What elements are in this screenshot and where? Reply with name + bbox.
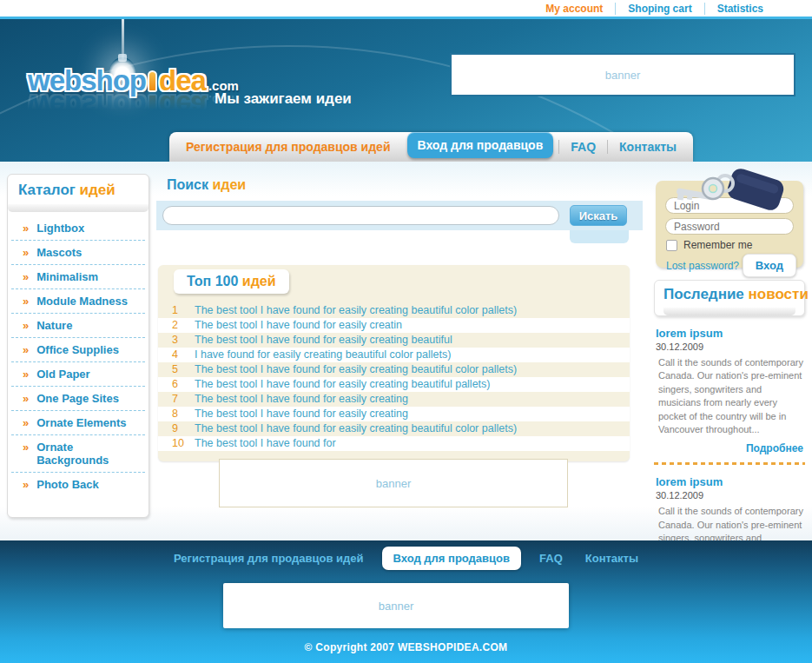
row-link: The best tool I have found for: [195, 437, 336, 449]
search-button[interactable]: Искать: [570, 205, 627, 226]
site-logo[interactable]: webshopdea.com webshopdea.com: [28, 66, 239, 120]
sidebar-item-module-madness[interactable]: »Module Madness: [11, 289, 145, 314]
footer-banner-label: banner: [379, 600, 413, 613]
sidebar-item-label: Photo Back: [36, 478, 99, 491]
search-title-part1: Поиск: [167, 177, 208, 192]
site-tagline: Мы зажигаем идеи: [215, 90, 352, 108]
row-link: The best tool I have found for easily cr…: [195, 304, 517, 316]
sidebar-item-mascots[interactable]: »Mascots: [11, 241, 145, 265]
news-header-shadow: [663, 308, 795, 315]
bullet-icon: »: [23, 441, 29, 454]
sidebar-item-ornate-elements[interactable]: »Ornate Elements: [11, 411, 145, 435]
sidebar-item-nature[interactable]: »Nature: [11, 314, 145, 338]
top100-row[interactable]: 2The best tool I have found for easily c…: [158, 318, 630, 333]
row-number: 2: [172, 319, 186, 331]
sidebar-item-one-page-sites[interactable]: »One Page Sites: [11, 387, 145, 411]
sidebar-item-label: Mascots: [36, 246, 82, 259]
login-input[interactable]: [665, 197, 794, 214]
top100-row[interactable]: 1The best tool I have found for easily c…: [158, 303, 630, 318]
top100-list: 1The best tool I have found for easily c…: [158, 303, 630, 451]
shopping-cart-link[interactable]: Shoping cart: [615, 3, 703, 15]
row-link: The best tool I have found for easily cr…: [195, 363, 517, 375]
content-banner[interactable]: banner: [219, 459, 568, 507]
top100-title-part1: Топ 100: [187, 274, 238, 288]
header-banner[interactable]: banner: [450, 53, 795, 96]
login-box: Remember me Lost password? Вход: [656, 181, 803, 268]
sidebar-item-label: Module Madness: [36, 295, 128, 308]
sidebar-item-minimalism[interactable]: »Minimalism: [11, 265, 145, 289]
sidebar-item-label: Minimalism: [36, 270, 98, 283]
footer-nav-item-faq[interactable]: FAQ: [528, 552, 574, 565]
row-link: The best tool I have found for easily cr…: [195, 378, 490, 390]
top100-row[interactable]: 8The best tool I have found for easily c…: [158, 407, 630, 421]
remember-me-label: Remember me: [683, 239, 752, 251]
sidebar-item-label: Ornate Backgrounds: [36, 441, 138, 467]
row-number: 7: [172, 393, 186, 405]
catalog-header-shadow: [8, 204, 149, 212]
search-input[interactable]: [162, 206, 559, 225]
bullet-icon: »: [23, 478, 29, 491]
topbar: My account Shoping cart Statistics: [0, 0, 812, 17]
row-link: The best tool I have found for easily cr…: [195, 334, 452, 346]
bullet-icon: »: [23, 246, 29, 259]
sidebar-item-lightbox[interactable]: »Lightbox: [11, 216, 145, 241]
sidebar-item-label: Nature: [36, 319, 72, 332]
sidebar-item-photo-back[interactable]: »Photo Back: [11, 473, 145, 496]
row-number: 3: [172, 334, 186, 346]
nav-item-registration[interactable]: Регистрация для продавцов идей: [175, 140, 402, 154]
sidebar-item-old-paper[interactable]: »Old Paper: [11, 362, 145, 387]
catalog-title: Каталог идей: [8, 175, 149, 204]
top100-row[interactable]: 7The best tool I have found for easily c…: [158, 392, 630, 407]
footer-nav-item-seller-login[interactable]: Вход для продавцов: [382, 547, 521, 570]
top100-row[interactable]: 6The best tool I have found for easily c…: [158, 377, 630, 392]
news-title: Последние новости: [654, 280, 805, 316]
nav-item-seller-login[interactable]: Вход для продавцов: [407, 132, 554, 158]
logo-reflection-dea: dea: [159, 90, 206, 122]
row-number: 8: [172, 408, 186, 420]
catalog-title-part1: Каталог: [18, 182, 76, 198]
sidebar-item-label: One Page Sites: [36, 392, 119, 405]
top100-title: Топ 100 идей: [174, 269, 289, 294]
copyright-text: © Copyright 2007 WEBSHOPIDEA.COM: [0, 641, 812, 653]
row-link: The best tool I have found for easily cr…: [195, 408, 408, 420]
footer-nav-item-registration[interactable]: Регистрация для продавцов идей: [162, 552, 375, 565]
remember-me-row: Remember me: [666, 239, 803, 251]
top100-row[interactable]: 10The best tool I have found for: [158, 436, 630, 451]
top100-row[interactable]: 4I have found for easily creating beauti…: [158, 348, 630, 362]
sidebar-item-label: Ornate Elements: [36, 416, 126, 429]
lost-password-link[interactable]: Lost password?: [666, 260, 739, 272]
row-link: The best tool I have found for easily cr…: [195, 422, 517, 434]
login-submit-button[interactable]: Вход: [743, 254, 796, 277]
catalog-title-part2: идей: [80, 182, 116, 198]
row-number: 6: [172, 378, 186, 390]
row-number: 5: [172, 363, 186, 375]
footer-banner[interactable]: banner: [223, 583, 569, 628]
top100-row[interactable]: 3The best tool I have found for easily c…: [158, 333, 630, 348]
row-number: 9: [172, 422, 186, 434]
news-title-part1: Последние: [663, 286, 744, 302]
bullet-icon: »: [23, 295, 29, 308]
news-more-link[interactable]: Подробнее: [654, 442, 803, 454]
sidebar-item-office-supplies[interactable]: »Office Supplies: [11, 338, 145, 362]
bullet-icon: »: [23, 270, 29, 283]
bullet-icon: »: [23, 222, 29, 235]
password-input[interactable]: [665, 218, 794, 235]
news-item: lorem ipsum 30.12.2009 Call it the sound…: [654, 327, 805, 465]
footer: Регистрация для продавцов идей Вход для …: [0, 540, 812, 663]
footer-nav-item-contacts[interactable]: Контакты: [574, 552, 650, 565]
news-item-title[interactable]: lorem ipsum: [656, 327, 805, 340]
footer-navigation: Регистрация для продавцов идей Вход для …: [0, 540, 812, 570]
nav-item-contacts[interactable]: Контакты: [607, 140, 688, 154]
news-item-date: 30.12.2009: [656, 490, 805, 501]
nav-item-faq[interactable]: FAQ: [558, 140, 607, 154]
news-item-title[interactable]: lorem ipsum: [656, 475, 805, 488]
top100-row[interactable]: 5The best tool I have found for easily c…: [158, 362, 630, 377]
top100-row[interactable]: 9The best tool I have found for easily c…: [158, 421, 630, 436]
bullet-icon: »: [23, 392, 29, 405]
catalog-sidebar: Каталог идей »Lightbox »Mascots »Minimal…: [7, 174, 149, 518]
sidebar-item-ornate-backgrounds[interactable]: »Ornate Backgrounds: [11, 435, 145, 473]
my-account-link[interactable]: My account: [533, 3, 615, 15]
remember-me-checkbox[interactable]: [666, 240, 677, 251]
statistics-link[interactable]: Statistics: [704, 3, 776, 15]
top100-panel: Топ 100 идей 1The best tool I have found…: [158, 265, 630, 461]
